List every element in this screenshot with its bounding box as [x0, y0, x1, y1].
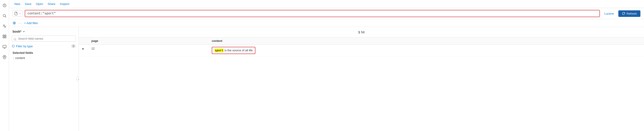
content-cell-wrapper: sport is the source of all life: [212, 47, 256, 54]
field-search-input[interactable]: [12, 36, 76, 42]
field-item-content[interactable]: ↑ content: [9, 55, 78, 60]
nav-new[interactable]: New: [12, 1, 22, 6]
table-row: ▶ 12 sport is the source of all life: [79, 44, 644, 56]
nav-save[interactable]: Save: [23, 1, 33, 6]
svg-rect-4: [5, 35, 6, 36]
search-input-wrapper: [25, 10, 600, 17]
index-chevron-icon: [22, 30, 26, 33]
results-table: page content ▶ 12 sport is the source of…: [79, 37, 644, 56]
filter-by-type-label: Filter by type: [16, 44, 33, 48]
panel-header: book*: [9, 30, 78, 36]
index-name: book*: [12, 30, 22, 33]
index-selector[interactable]: book*: [12, 30, 26, 33]
svg-rect-3: [3, 35, 4, 36]
main-area: New Save Open Share Inspect Lucene Refre…: [9, 0, 644, 131]
row-expand-cell: ▶: [79, 44, 88, 56]
content-area: book* ◀ Filter by type 0: [9, 27, 644, 131]
svg-point-1: [3, 14, 6, 17]
svg-rect-6: [5, 37, 6, 38]
sidebar: [0, 0, 9, 131]
pin-icon: ↑: [12, 56, 14, 60]
nav-inspect[interactable]: Inspect: [58, 1, 71, 6]
clock-icon[interactable]: [1, 2, 8, 8]
filter-row: ⊕ + Add filter: [9, 19, 644, 27]
content-suffix: is the source of all life: [224, 48, 253, 52]
svg-rect-7: [3, 45, 6, 48]
table-header-row: page content: [79, 37, 644, 44]
search-input[interactable]: [25, 10, 600, 17]
discover-icon[interactable]: [1, 12, 8, 19]
row-content-cell: sport is the source of all life: [208, 44, 644, 56]
canvas-icon[interactable]: [1, 44, 8, 50]
doc-icon: [14, 12, 18, 15]
results-header: 1 hit: [79, 27, 644, 37]
field-name-content: content: [15, 56, 25, 60]
filter-separator: [18, 23, 22, 23]
col-content-header: content: [208, 37, 644, 44]
col-expand: [79, 37, 88, 44]
hit-label: hit: [361, 30, 364, 34]
svg-rect-5: [3, 37, 4, 38]
highlight-sport: sport: [214, 49, 224, 52]
collapse-panel-button[interactable]: ◀: [76, 76, 79, 82]
search-bar-row: Lucene Refresh: [9, 8, 644, 19]
expand-row-button[interactable]: ▶: [82, 47, 84, 50]
field-search-wrapper: [9, 36, 78, 44]
svg-line-2: [5, 16, 6, 17]
query-type-button[interactable]: [12, 10, 23, 16]
nav-share[interactable]: Share: [46, 1, 57, 6]
col-page-header: page: [88, 37, 208, 44]
top-nav: New Save Open Share Inspect: [9, 0, 644, 8]
maps-icon[interactable]: [1, 54, 8, 60]
dashboard-icon[interactable]: [1, 33, 8, 40]
visualize-icon[interactable]: [1, 23, 8, 29]
lucene-label[interactable]: Lucene: [602, 12, 617, 15]
filter-count-badge: 0: [71, 44, 76, 48]
left-panel: book* ◀ Filter by type 0: [9, 27, 79, 131]
filter-type-icon: [12, 44, 15, 48]
nav-open[interactable]: Open: [34, 1, 45, 6]
selected-fields-header: Selected fields: [9, 49, 78, 55]
refresh-button[interactable]: Refresh: [618, 10, 640, 17]
right-panel: 1 hit page content ▶: [79, 27, 644, 131]
chevron-down-icon: [19, 12, 22, 15]
row-page-cell: 12: [88, 44, 208, 56]
refresh-label: Refresh: [626, 12, 637, 15]
hit-count: 1: [358, 30, 360, 34]
filter-by-type-row[interactable]: Filter by type 0: [9, 44, 78, 49]
filter-circle-icon[interactable]: ⊕: [12, 20, 16, 26]
refresh-icon: [622, 12, 625, 15]
svg-point-10: [4, 56, 5, 58]
add-filter-button[interactable]: + Add filter: [24, 22, 38, 25]
